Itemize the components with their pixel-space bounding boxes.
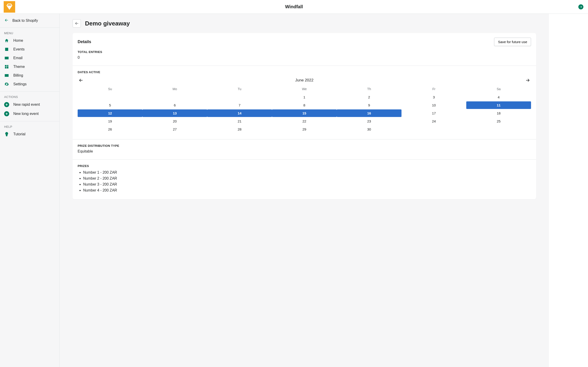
calendar-day[interactable]: 22	[272, 117, 337, 125]
sidebar-item-label: Email	[13, 56, 23, 60]
prize-dist-label: PRIZE DISTRIBUTION TYPE	[78, 144, 531, 148]
calendar-day[interactable]: 15	[272, 109, 337, 117]
sidebar-item-billing[interactable]: Billing	[0, 71, 60, 80]
sidebar-item-email[interactable]: Email	[0, 54, 60, 62]
action-new-rapid-event[interactable]: + New rapid event	[0, 100, 60, 109]
plus-circle-icon: +	[4, 102, 9, 107]
calendar-day[interactable]: 24	[401, 117, 466, 125]
action-new-long-event[interactable]: + New long event	[0, 109, 60, 118]
credit-card-icon	[4, 73, 9, 78]
email-icon	[4, 56, 9, 60]
calendar-dow: Sa	[466, 86, 531, 93]
sidebar-item-events[interactable]: Events	[0, 45, 60, 54]
calendar-prev-button[interactable]	[78, 77, 84, 83]
calendar-day[interactable]: 25	[466, 117, 531, 125]
action-label: New rapid event	[13, 102, 40, 107]
app-title: Windfall	[285, 4, 303, 9]
main-content: Demo giveaway Details Save for future us…	[60, 14, 549, 367]
calendar-month-label: June 2022	[84, 78, 525, 83]
calendar-dow: We	[272, 86, 337, 93]
calendar-day[interactable]: 23	[337, 117, 401, 125]
calendar-days-grid: 1234567891011121314151617181920212223242…	[78, 93, 531, 133]
sidebar-section-menu: MENU	[0, 28, 60, 36]
lightbulb-icon	[4, 132, 9, 136]
sidebar-item-home[interactable]: Home	[0, 36, 60, 45]
calendar-day[interactable]: 7	[207, 101, 272, 109]
prize-item: Number 2 - 200 ZAR	[83, 175, 531, 181]
prize-item: Number 4 - 200 ZAR	[83, 187, 531, 193]
calendar-next-button[interactable]	[525, 77, 531, 83]
calendar-day[interactable]: 2	[337, 93, 401, 101]
calendar-day[interactable]: 1	[272, 93, 337, 101]
prizes-list: Number 1 - 200 ZARNumber 2 - 200 ZARNumb…	[78, 169, 531, 193]
help-tutorial[interactable]: Tutorial	[0, 130, 60, 139]
sidebar-item-label: Billing	[13, 73, 23, 77]
list-icon	[4, 47, 9, 52]
calendar-day[interactable]: 8	[272, 101, 337, 109]
back-to-shopify-link[interactable]: Back to Shopify	[0, 14, 60, 28]
calendar-dow-row: SuMoTuWeThFrSa	[78, 86, 531, 93]
sidebar: Back to Shopify MENU Home Events Email T…	[0, 14, 60, 367]
help-label: Tutorial	[13, 132, 26, 136]
calendar-day[interactable]: 19	[78, 117, 142, 125]
sidebar-item-theme[interactable]: Theme	[0, 62, 60, 71]
calendar-day[interactable]: 6	[142, 101, 207, 109]
calendar-day[interactable]: 18	[466, 109, 531, 117]
page-title: Demo giveaway	[85, 20, 130, 27]
calendar-dow: Mo	[142, 86, 207, 93]
calendar-dow: Th	[337, 86, 401, 93]
calendar-day[interactable]: 12	[78, 109, 142, 117]
page-back-button[interactable]	[73, 19, 81, 27]
calendar-day[interactable]: 17	[401, 109, 466, 117]
calendar-day[interactable]: 27	[142, 125, 207, 133]
calendar-day[interactable]: 5	[78, 101, 142, 109]
forward-circle-button[interactable]	[578, 4, 583, 9]
sidebar-section-actions: ACTIONS	[0, 92, 60, 100]
gear-icon	[4, 82, 9, 86]
theme-icon	[4, 65, 9, 69]
details-card: Details Save for future use TOTAL ENTRIE…	[73, 33, 536, 199]
home-icon	[4, 38, 9, 43]
calendar-day[interactable]: 3	[401, 93, 466, 101]
calendar-day[interactable]: 29	[272, 125, 337, 133]
plus-circle-icon: +	[4, 111, 9, 116]
calendar-day[interactable]: 26	[78, 125, 142, 133]
calendar-day[interactable]: 10	[401, 101, 466, 109]
calendar-day[interactable]: 16	[337, 109, 401, 117]
calendar-day[interactable]: 21	[207, 117, 272, 125]
details-heading: Details	[78, 40, 91, 44]
sidebar-item-label: Settings	[13, 82, 27, 86]
prize-item: Number 1 - 200 ZAR	[83, 169, 531, 175]
app-logo	[4, 1, 15, 13]
sidebar-item-label: Home	[13, 39, 23, 43]
calendar-day[interactable]: 30	[337, 125, 401, 133]
calendar-dow: Tu	[207, 86, 272, 93]
calendar-day[interactable]: 20	[142, 117, 207, 125]
calendar-day[interactable]: 14	[207, 109, 272, 117]
prizes-label: PRIZES	[78, 164, 531, 168]
calendar-day[interactable]: 4	[466, 93, 531, 101]
calendar-dow: Fr	[401, 86, 466, 93]
total-entries-label: TOTAL ENTRIES	[78, 50, 531, 54]
sidebar-item-label: Events	[13, 47, 25, 51]
sidebar-item-label: Theme	[13, 65, 25, 69]
dates-active-label: DATES ACTIVE	[78, 70, 531, 74]
sidebar-item-settings[interactable]: Settings	[0, 80, 60, 89]
right-gutter	[549, 14, 588, 367]
calendar-dow: Su	[78, 86, 142, 93]
sidebar-section-help: HELP	[0, 121, 60, 130]
calendar-day[interactable]: 11	[466, 101, 531, 109]
save-for-future-button[interactable]: Save for future use	[494, 38, 531, 46]
arrow-left-icon	[4, 18, 9, 23]
back-to-shopify-label: Back to Shopify	[12, 19, 38, 23]
total-entries-value: 0	[78, 56, 531, 60]
calendar-day[interactable]: 28	[207, 125, 272, 133]
calendar-day[interactable]: 9	[337, 101, 401, 109]
prize-item: Number 3 - 200 ZAR	[83, 181, 531, 187]
prize-dist-value: Equitable	[78, 149, 531, 153]
calendar-day[interactable]: 13	[142, 109, 207, 117]
top-bar: Windfall	[0, 0, 588, 14]
action-label: New long event	[13, 112, 39, 116]
